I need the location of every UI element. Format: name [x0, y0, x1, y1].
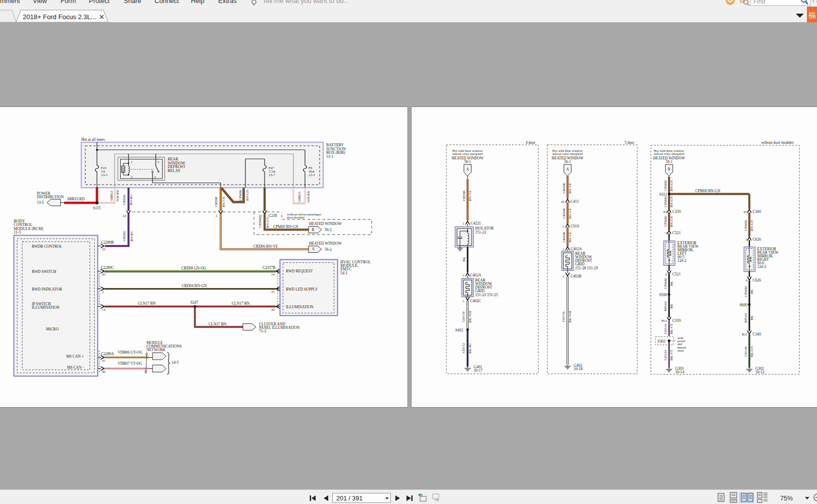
svg-text:1: 1 [563, 225, 564, 228]
svg-text:BK-VT: BK-VT [670, 323, 673, 334]
svg-text:NETWORK: NETWORK [146, 348, 166, 352]
svg-text:C2280C: C2280C [101, 265, 114, 270]
svg-text:C340: C340 [753, 332, 761, 337]
svg-text:CPM00: CPM00 [663, 278, 667, 289]
svg-text:1: 1 [563, 247, 564, 251]
svg-text:41: 41 [102, 359, 106, 362]
svg-text:B11: B11 [661, 319, 667, 322]
svg-text:56-1: 56-1 [666, 159, 673, 164]
svg-text:WH-RD: WH-RD [116, 190, 119, 201]
svg-text:C4221: C4221 [471, 221, 481, 226]
svg-text:C402A: C402A [470, 273, 481, 277]
svg-text:RELAY: RELAY [168, 169, 181, 173]
svg-text:11-1: 11-1 [326, 154, 333, 159]
svg-text:C339: C339 [673, 209, 681, 214]
svg-text:124-2: 124-2 [678, 258, 687, 263]
svg-text:BN-BU: BN-BU [130, 231, 133, 241]
svg-text:RWD SWITCH: RWD SWITCH [32, 269, 57, 274]
svg-text:CPM00: CPM00 [663, 216, 667, 227]
svg-text:seats: seats [678, 349, 684, 352]
svg-text:C402A: C402A [571, 247, 582, 251]
svg-text:without door modules: without door modules [761, 140, 794, 145]
svg-text:56-2: 56-2 [325, 247, 332, 252]
svg-text:BN-YE: BN-YE [222, 196, 225, 207]
svg-text:B: B [312, 228, 315, 232]
svg-text:C402B: C402B [571, 274, 582, 278]
svg-text:S115: S115 [93, 206, 101, 210]
svg-text:CPM00: CPM00 [238, 190, 242, 201]
svg-text:56-2: 56-2 [325, 228, 332, 232]
svg-text:CRD06: CRD06 [562, 232, 566, 243]
svg-text:C340: C340 [753, 209, 761, 214]
svg-text:defrost relay energized: defrost relay energized [552, 152, 583, 155]
svg-text:BN-YE: BN-YE [568, 208, 572, 218]
svg-text:BK-VT: BK-VT [670, 350, 673, 361]
svg-text:HEATED WINDOW: HEATED WINDOW [309, 241, 342, 246]
svg-text:CLN17 BN: CLN17 BN [232, 301, 250, 306]
svg-text:10-14: 10-14 [675, 370, 684, 374]
svg-text:B11: B11 [742, 332, 747, 336]
svg-text:23: 23 [259, 214, 262, 217]
svg-text:ILLUMINATION: ILLUMINATION [32, 305, 60, 310]
svg-text:CLN17 BN: CLN17 BN [138, 301, 156, 306]
svg-text:CRD02: CRD02 [122, 194, 126, 205]
svg-text:54-1: 54-1 [340, 271, 348, 275]
svg-text:A5: A5 [743, 210, 748, 213]
svg-text:GD134: GD134 [663, 323, 667, 334]
svg-text:C2280B: C2280B [101, 240, 114, 245]
svg-text:75%: 75% [780, 495, 793, 502]
svg-text:1: 1 [131, 160, 132, 163]
svg-text:S247: S247 [190, 300, 198, 305]
svg-text:C626: C626 [753, 237, 761, 242]
svg-text:CPM00: CPM00 [744, 220, 747, 231]
svg-text:201 / 391: 201 / 391 [336, 495, 363, 502]
svg-text:CPM00 BN-GN: CPM00 BN-GN [695, 189, 721, 193]
svg-text:S600: S600 [739, 303, 747, 307]
svg-text:3: 3 [158, 160, 160, 163]
svg-text:BN-GN: BN-GN [670, 180, 673, 191]
svg-text:MS CAN +: MS CAN + [66, 354, 84, 359]
svg-text:14: 14 [102, 308, 106, 311]
svg-text:11-5: 11-5 [14, 230, 21, 235]
svg-text:BK-WH: BK-WH [468, 311, 472, 322]
svg-text:CPM00: CPM00 [663, 180, 667, 191]
svg-text:CPM00: CPM00 [744, 286, 747, 297]
svg-text:C411: C411 [571, 199, 579, 204]
svg-text:2: 2 [216, 214, 217, 217]
svg-text:Find: Find [753, 0, 765, 5]
svg-text:14: 14 [271, 272, 275, 276]
svg-text:RPL63: RPL63 [663, 301, 667, 311]
svg-text:A: A [566, 167, 569, 172]
svg-text:CRD06: CRD06 [562, 183, 566, 194]
svg-text:1: 1 [463, 299, 464, 303]
svg-text:CRD06 BN-YE: CRD06 BN-YE [253, 244, 278, 249]
svg-text:5 door: 5 door [625, 140, 635, 145]
svg-text:10-12: 10-12 [755, 370, 764, 374]
svg-text:BK-BU: BK-BU [468, 343, 472, 353]
svg-text:GD150: GD150 [462, 311, 465, 322]
svg-text:GD140: GD140 [744, 346, 747, 357]
svg-text:CPM00 BN-GN: CPM00 BN-GN [273, 225, 298, 229]
svg-text:RWD INDICATOR: RWD INDICATOR [32, 287, 63, 292]
svg-text:1: 1 [463, 273, 464, 277]
svg-text:1: 1 [563, 274, 564, 278]
svg-text:13-7: 13-7 [269, 173, 275, 177]
svg-text:CRD06: CRD06 [462, 190, 466, 201]
svg-text:BN-GN: BN-GN [670, 196, 673, 207]
svg-text:6: 6 [746, 278, 748, 282]
svg-text:BN-YE: BN-YE [568, 232, 572, 242]
svg-text:VDB06 GY-OG: VDB06 GY-OG [118, 350, 143, 355]
svg-text:CRD02: CRD02 [122, 231, 126, 242]
svg-text:14-5: 14-5 [172, 360, 179, 365]
svg-text:56-1: 56-1 [564, 159, 571, 164]
svg-text:BN-GN: BN-GN [670, 216, 673, 227]
svg-text:C2280A: C2280A [101, 352, 114, 356]
svg-text:RWD LED SUPPLY: RWD LED SUPPLY [286, 287, 318, 292]
svg-text:C238: C238 [269, 213, 277, 218]
svg-text:15: 15 [271, 290, 275, 294]
svg-text:BK-WH: BK-WH [568, 311, 572, 322]
svg-text:BK: BK [670, 304, 673, 309]
svg-text:CRD06: CRD06 [562, 208, 566, 219]
svg-text:ILLUMINATION: ILLUMINATION [286, 305, 314, 309]
svg-text:defrost relay energized: defrost relay energized [654, 152, 685, 155]
